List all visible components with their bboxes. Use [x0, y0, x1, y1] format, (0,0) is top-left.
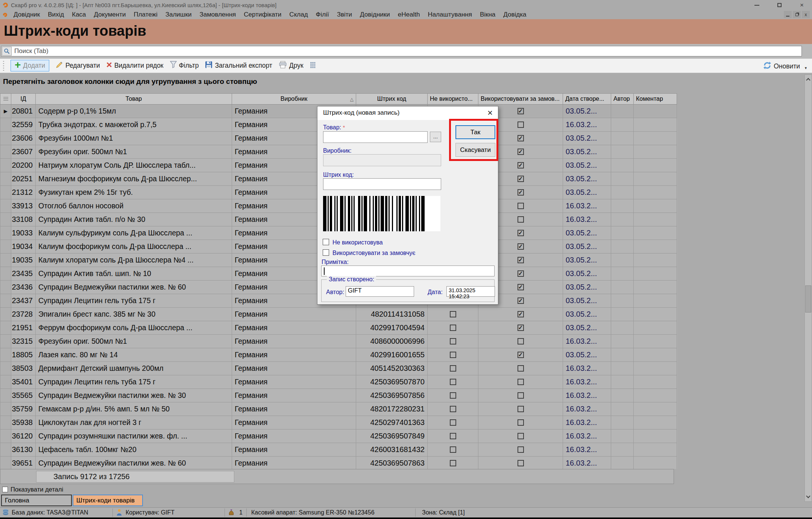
- unchecked-checkbox[interactable]: [518, 379, 524, 385]
- table-row[interactable]: 23728Эпигалин брест капс. 385 мг № 30Гер…: [0, 308, 677, 321]
- scroll-down-arrow-icon[interactable]: [805, 493, 812, 501]
- barcode-input[interactable]: [323, 178, 441, 190]
- table-row[interactable]: 18805Лазея капс. 80 мг № 14Германия40299…: [0, 348, 677, 362]
- unchecked-checkbox[interactable]: [518, 460, 524, 466]
- table-row[interactable]: 21951Феррум фосфорикум соль Д-ра Шюсслер…: [0, 321, 677, 335]
- checked-checkbox[interactable]: ✓: [518, 270, 524, 277]
- table-row[interactable]: 35938Циклокутан лак для ногтей 3 гГерман…: [0, 416, 677, 429]
- print-button[interactable]: Друк: [279, 61, 304, 70]
- menu-item-11[interactable]: Звіти: [337, 11, 352, 18]
- column-header-8[interactable]: Автор: [611, 93, 634, 105]
- dialog-close-icon[interactable]: ×: [487, 107, 493, 118]
- unchecked-checkbox[interactable]: [450, 365, 456, 372]
- scroll-thumb[interactable]: [805, 285, 811, 313]
- vertical-scrollbar[interactable]: [804, 74, 812, 502]
- unchecked-checkbox[interactable]: [450, 311, 456, 317]
- toolbar-grip[interactable]: [3, 61, 4, 71]
- table-row[interactable]: 38503Дермифант Детский шампунь 200млГерм…: [0, 362, 677, 375]
- checked-checkbox[interactable]: ✓: [518, 297, 524, 304]
- column-header-9[interactable]: Коментар: [634, 93, 677, 105]
- unchecked-checkbox[interactable]: [450, 352, 456, 358]
- unchecked-checkbox[interactable]: [450, 338, 456, 344]
- dialog-ok-button[interactable]: Так: [455, 125, 495, 139]
- menu-item-2[interactable]: Вихід: [48, 11, 64, 18]
- maximize-icon[interactable]: [773, 1, 786, 10]
- mdi-close-icon[interactable]: x: [802, 11, 810, 18]
- use-default-checkbox[interactable]: [323, 249, 329, 256]
- unchecked-checkbox[interactable]: [450, 419, 456, 426]
- close-icon[interactable]: ×: [795, 1, 808, 10]
- column-header-6[interactable]: Використовувати за замов...: [478, 93, 563, 105]
- checked-checkbox[interactable]: ✓: [518, 352, 524, 358]
- note-input[interactable]: [321, 266, 495, 276]
- unchecked-checkbox[interactable]: [518, 365, 524, 372]
- delete-row-button[interactable]: × Видалити рядок: [106, 62, 164, 70]
- unchecked-checkbox[interactable]: [518, 419, 524, 426]
- table-row[interactable]: 35401Супрадин Лецитин гель туба 175 гГер…: [0, 375, 677, 389]
- mdi-minimize-icon[interactable]: [784, 11, 792, 18]
- scroll-up-arrow-icon[interactable]: [805, 76, 812, 83]
- unchecked-checkbox[interactable]: [518, 121, 524, 128]
- dialog-cancel-button[interactable]: Скасувати: [455, 143, 495, 157]
- menu-item-15[interactable]: Вікна: [480, 11, 495, 18]
- menu-item-5[interactable]: Платежі: [134, 11, 157, 18]
- column-header-4[interactable]: Штрих код: [356, 93, 428, 105]
- date-input[interactable]: 31.03.2025 15:42:23: [446, 286, 495, 297]
- checked-checkbox[interactable]: ✓: [518, 284, 524, 290]
- checked-checkbox[interactable]: ✓: [518, 243, 524, 250]
- unchecked-checkbox[interactable]: [450, 379, 456, 385]
- tab-holovna[interactable]: Головна: [1, 495, 72, 506]
- table-row[interactable]: 36120Супрадин розумняшки пастилки жев. ф…: [0, 429, 677, 443]
- menu-item-16[interactable]: Довідка: [503, 11, 526, 18]
- refresh-button[interactable]: Оновити: [763, 61, 800, 71]
- author-input[interactable]: GIFT: [346, 286, 414, 297]
- not-used-checkbox[interactable]: [323, 239, 329, 245]
- column-header-7[interactable]: Дата створе...: [563, 93, 611, 105]
- checked-checkbox[interactable]: ✓: [518, 325, 524, 331]
- mdi-restore-icon[interactable]: [793, 11, 801, 18]
- checked-checkbox[interactable]: ✓: [518, 230, 524, 236]
- unchecked-checkbox[interactable]: [518, 203, 524, 209]
- checked-checkbox[interactable]: ✓: [518, 108, 524, 114]
- browse-ellipsis-button[interactable]: ...: [430, 132, 441, 142]
- menu-item-3[interactable]: Каса: [72, 11, 86, 18]
- table-row[interactable]: 32315Фрезубин ориг. 500мл №1Германия4086…: [0, 335, 677, 348]
- column-header-2[interactable]: Товар: [36, 93, 232, 105]
- table-row[interactable]: 39651Супрадин Ведмежуйки пастилки жев. №…: [0, 457, 677, 469]
- column-header-5[interactable]: Не використо...: [428, 93, 478, 105]
- checked-checkbox[interactable]: ✓: [518, 149, 524, 155]
- toolbar-overflow-chevron-icon[interactable]: ▼: [804, 66, 807, 70]
- unchecked-checkbox[interactable]: [450, 460, 456, 466]
- checked-checkbox[interactable]: ✓: [518, 162, 524, 168]
- unchecked-checkbox[interactable]: [450, 325, 456, 331]
- tab-shtryh-kody-tovariv[interactable]: Штрих-коди товарів: [73, 495, 143, 506]
- checked-checkbox[interactable]: ✓: [518, 176, 524, 182]
- column-chooser-icon[interactable]: [310, 62, 316, 70]
- search-icon[interactable]: [2, 47, 12, 56]
- menu-item-12[interactable]: Довідники: [360, 11, 390, 18]
- minimize-icon[interactable]: [750, 1, 763, 10]
- unchecked-checkbox[interactable]: [518, 446, 524, 453]
- unchecked-checkbox[interactable]: [518, 392, 524, 399]
- search-input[interactable]: Поиск (Tab): [1, 46, 802, 56]
- column-header-1[interactable]: ІД: [11, 93, 36, 105]
- checked-checkbox[interactable]: ✓: [518, 189, 524, 196]
- menu-item-4[interactable]: Документи: [94, 11, 126, 18]
- export-button[interactable]: Загальний експорт: [205, 61, 272, 70]
- product-input[interactable]: [323, 131, 428, 143]
- unchecked-checkbox[interactable]: [518, 338, 524, 344]
- unchecked-checkbox[interactable]: [518, 433, 524, 439]
- add-button[interactable]: + Додати: [11, 60, 49, 71]
- filter-button[interactable]: Фільтр: [170, 61, 199, 70]
- menu-item-1[interactable]: Довідник: [14, 11, 40, 18]
- column-header-3[interactable]: Виробник△: [232, 93, 356, 105]
- unchecked-checkbox[interactable]: [450, 392, 456, 399]
- unchecked-checkbox[interactable]: [518, 216, 524, 223]
- table-row[interactable]: 36130Цефасель табл. 100мкг №20Германия42…: [0, 443, 677, 457]
- checked-checkbox[interactable]: ✓: [518, 257, 524, 263]
- unchecked-checkbox[interactable]: [450, 433, 456, 439]
- unchecked-checkbox[interactable]: [450, 446, 456, 453]
- menu-item-6[interactable]: Залишки: [165, 11, 192, 18]
- menu-item-8[interactable]: Сертифікати: [244, 11, 281, 18]
- checked-checkbox[interactable]: ✓: [518, 135, 524, 141]
